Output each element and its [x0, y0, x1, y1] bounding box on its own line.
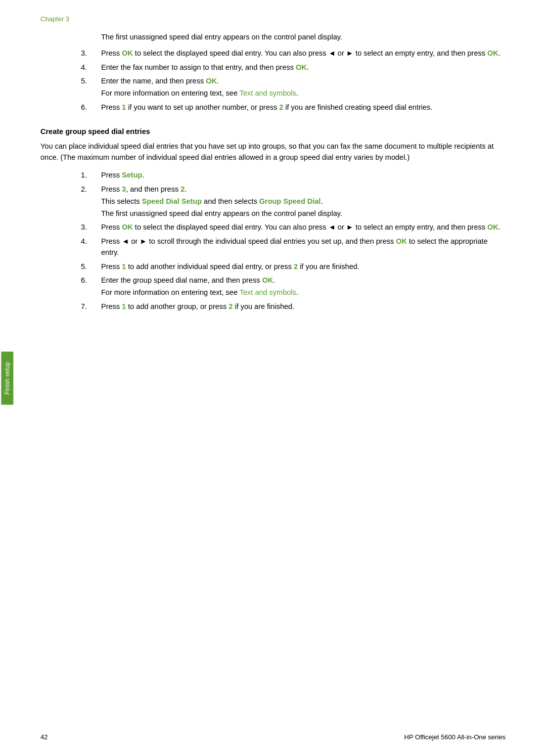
step-content: Press 1 if you want to set up another nu… [101, 102, 506, 113]
list-item: 3. Press OK to select the displayed spee… [81, 222, 506, 233]
list-item: 4. Enter the fax number to assign to tha… [81, 62, 506, 73]
section-intro: You can place individual speed dial entr… [40, 141, 506, 163]
sub-text: For more information on entering text, s… [101, 88, 506, 99]
footer: 42 HP Officejet 5600 All-in-One series [0, 733, 546, 741]
keyword-group-speed-dial: Group Speed Dial [259, 197, 321, 205]
keyword-setup: Setup [122, 171, 142, 179]
step-content: Enter the name, and then press OK. For m… [101, 76, 506, 99]
keyword-ok: OK [262, 276, 273, 284]
list-item: 5. Press 1 to add another individual spe… [81, 261, 506, 273]
keyword-speed-dial-setup: Speed Dial Setup [142, 197, 202, 205]
step-content: Press OK to select the displayed speed d… [101, 48, 506, 59]
keyword-ok: OK [396, 237, 407, 245]
step-number: 4. [81, 62, 101, 73]
chapter-label: Chapter 3 [40, 15, 506, 23]
step-number: 1. [81, 170, 101, 181]
keyword-2: 2 [180, 185, 185, 193]
step-number: 7. [81, 301, 101, 313]
list-item: 3. Press OK to select the displayed spee… [81, 48, 506, 59]
list-item: 1. Press Setup. [81, 170, 506, 181]
step-content: Press OK to select the displayed speed d… [101, 222, 506, 233]
keyword-ok2: OK [487, 49, 498, 57]
keyword-1: 1 [122, 262, 126, 271]
list-item: 4. Press ◄ or ► to scroll through the in… [81, 236, 506, 258]
intro-text: The first unassigned speed dial entry ap… [101, 32, 506, 43]
keyword-ok: OK [122, 223, 133, 231]
page-container: Chapter 3 The first unassigned speed dia… [0, 0, 546, 756]
side-tab: Finish setup [1, 351, 13, 405]
step-content: Enter the group speed dial name, and the… [101, 275, 506, 298]
step-number: 2. [81, 184, 101, 219]
sub-text-1: This selects Speed Dial Setup and then s… [101, 196, 506, 207]
step-content: Press ◄ or ► to scroll through the indiv… [101, 236, 506, 258]
step-number: 5. [81, 76, 101, 99]
step-number: 4. [81, 236, 101, 258]
list-item: 6. Enter the group speed dial name, and … [81, 275, 506, 298]
step-content: Press Setup. [101, 170, 506, 181]
initial-steps-list: 3. Press OK to select the displayed spee… [81, 48, 506, 113]
keyword-1: 1 [122, 103, 126, 111]
list-item: 6. Press 1 if you want to set up another… [81, 102, 506, 113]
list-item: 2. Press 3, and then press 2. This selec… [81, 184, 506, 219]
intro-text-content: The first unassigned speed dial entry ap… [101, 33, 342, 41]
text-symbols-link[interactable]: Text and symbols [240, 89, 296, 97]
keyword-ok: OK [296, 63, 307, 71]
section-heading: Create group speed dial entries [40, 127, 506, 136]
step-number: 6. [81, 102, 101, 113]
list-item: 5. Enter the name, and then press OK. Fo… [81, 76, 506, 99]
keyword-1: 1 [122, 302, 126, 310]
keyword-ok: OK [122, 49, 133, 57]
step-content: Press 3, and then press 2. This selects … [101, 184, 506, 219]
step-number: 5. [81, 261, 101, 273]
list-item: 7. Press 1 to add another group, or pres… [81, 301, 506, 313]
step-content: Press 1 to add another group, or press 2… [101, 301, 506, 313]
keyword-3: 3 [122, 185, 126, 193]
step-content: Press 1 to add another individual speed … [101, 261, 506, 273]
page-number: 42 [40, 733, 48, 741]
keyword-2: 2 [294, 262, 298, 271]
sub-text: For more information on entering text, s… [101, 287, 506, 298]
step-content: Enter the fax number to assign to that e… [101, 62, 506, 73]
sub-text-2: The first unassigned speed dial entry ap… [101, 208, 506, 219]
keyword-2: 2 [279, 103, 283, 111]
section-steps-list: 1. Press Setup. 2. Press 3, and then pre… [81, 170, 506, 312]
product-name: HP Officejet 5600 All-in-One series [404, 733, 506, 741]
text-symbols-link-2[interactable]: Text and symbols [240, 288, 296, 296]
keyword-2: 2 [229, 302, 233, 310]
step-number: 6. [81, 275, 101, 298]
step-number: 3. [81, 48, 101, 59]
keyword-ok2: OK [487, 223, 498, 231]
step-number: 3. [81, 222, 101, 233]
keyword-ok: OK [206, 77, 217, 85]
side-tab-label: Finish setup [4, 362, 11, 394]
